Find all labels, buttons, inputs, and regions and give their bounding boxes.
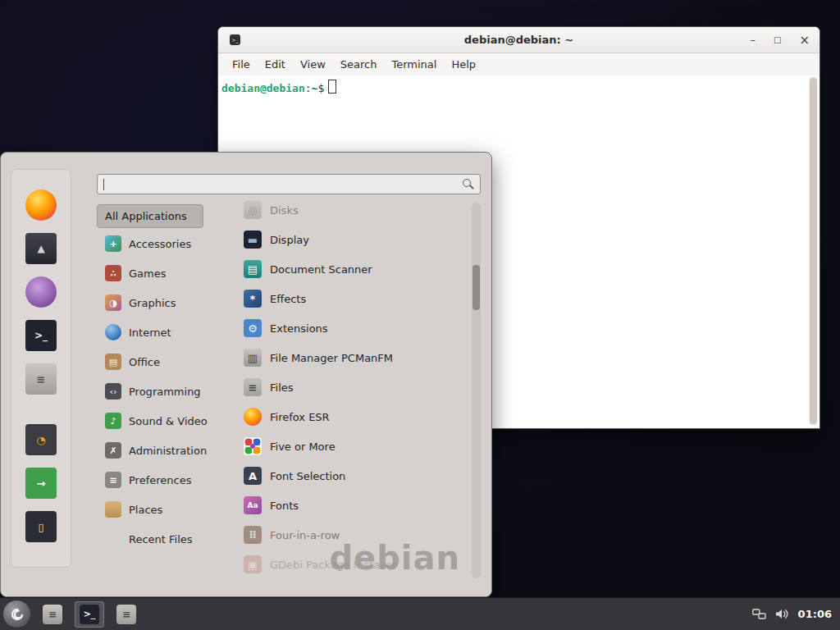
terminal-titlebar[interactable]: >_ debian@debian: ~ – □ ×: [218, 27, 819, 53]
debian-watermark: debian: [329, 539, 460, 577]
category-preferences[interactable]: ≡ Preferences: [97, 465, 221, 495]
internet-icon: [105, 324, 121, 340]
category-all-applications[interactable]: All Applications: [97, 204, 203, 228]
terminal-menu-search[interactable]: Search: [333, 56, 385, 73]
app-list: ◎ Disks ▬ Display ▤ Document Scanner * E…: [224, 195, 468, 584]
app-files[interactable]: ≡ Files: [224, 372, 468, 402]
minimize-button[interactable]: –: [750, 34, 756, 46]
terminal-scrollbar-thumb[interactable]: [810, 78, 817, 424]
font-selection-icon: A: [244, 467, 262, 485]
gdebi-icon: ▣: [244, 555, 262, 573]
search-icon: [463, 179, 474, 190]
quit-icon: ▯: [25, 511, 57, 542]
category-sound-video[interactable]: ♪ Sound & Video: [97, 406, 221, 436]
application-menu: ▲>_≡ ◔→▯ All Applications + Accessories …: [0, 152, 492, 597]
taskbar-terminal[interactable]: >_: [75, 601, 104, 628]
document-scanner-icon: ▤: [244, 260, 262, 278]
prompt-user-host: debian@debian: [221, 82, 305, 94]
preferences-icon: ≡: [105, 472, 121, 488]
terminal-menubar: FileEditViewSearchTerminalHelp: [218, 53, 819, 76]
volume-icon[interactable]: [775, 608, 789, 620]
lock-screen-icon: ◔: [25, 424, 57, 455]
menu-sidebar: ▲>_≡ ◔→▯: [11, 169, 71, 568]
clock[interactable]: 01:06: [798, 608, 832, 620]
files-icon: ≡: [244, 378, 262, 396]
programming-icon: ‹›: [105, 383, 121, 399]
disks-icon: ◎: [244, 201, 262, 219]
pidgin-icon: [25, 276, 57, 308]
terminal-launcher[interactable]: >_: [23, 317, 59, 354]
category-administration[interactable]: ✗ Administration: [97, 436, 221, 465]
category-list: All Applications + Accessories ∴ Games ◑…: [97, 204, 221, 554]
desktop: >_ debian@debian: ~ – □ × FileEditViewSe…: [0, 0, 840, 630]
app-list-scrollbar-thumb[interactable]: [472, 265, 480, 310]
terminal-menu-edit[interactable]: Edit: [258, 56, 293, 73]
effects-icon: *: [244, 290, 262, 308]
app-five-or-more[interactable]: Five or More: [224, 431, 468, 461]
prompt-separator: :: [305, 82, 312, 94]
terminal-menu-file[interactable]: File: [225, 56, 258, 73]
file-manager-pcmanfm-icon: ▥: [244, 349, 262, 367]
places-icon: [105, 501, 121, 518]
files-icon: ≡: [116, 605, 136, 624]
accessories-icon: +: [105, 235, 121, 252]
category-internet[interactable]: Internet: [97, 317, 221, 347]
search-box[interactable]: [97, 174, 481, 194]
category-graphics[interactable]: ◑ Graphics: [97, 288, 221, 317]
four-in-a-row-icon: ⠿: [244, 526, 262, 544]
terminal-icon: >_: [25, 320, 57, 351]
app-file-manager-pcmanfm[interactable]: ▥ File Manager PCManFM: [224, 343, 468, 372]
maximize-button[interactable]: □: [774, 35, 781, 44]
display-icon: ▬: [244, 231, 262, 249]
sound-video-icon: ♪: [105, 413, 121, 429]
terminal-menu-terminal[interactable]: Terminal: [384, 56, 444, 73]
terminal-menu-help[interactable]: Help: [444, 56, 483, 73]
image-viewer-icon: ▲: [25, 233, 57, 264]
category-office[interactable]: ▤ Office: [97, 347, 221, 377]
category-places[interactable]: Places: [97, 495, 221, 524]
app-extensions[interactable]: ⚙ Extensions: [224, 313, 468, 343]
logout-button[interactable]: →: [23, 465, 59, 501]
quit-button[interactable]: ▯: [23, 509, 59, 545]
app-list-scrollbar[interactable]: [472, 203, 481, 578]
file-manager-icon: ≡: [25, 363, 57, 395]
category-recent-files[interactable]: Recent Files: [97, 524, 221, 554]
pidgin-launcher[interactable]: [23, 274, 59, 310]
app-document-scanner[interactable]: ▤ Document Scanner: [224, 254, 468, 284]
app-firefox-esr[interactable]: Firefox ESR: [224, 402, 468, 431]
office-icon: ▤: [105, 354, 121, 370]
firefox-esr-icon: [244, 408, 262, 426]
lock-screen-button[interactable]: ◔: [23, 422, 59, 458]
taskbar-file-manager[interactable]: ≡: [38, 601, 67, 628]
terminal-cursor: [328, 80, 336, 94]
file-manager-launcher[interactable]: ≡: [23, 361, 59, 397]
category-programming[interactable]: ‹› Programming: [97, 377, 221, 406]
terminal-menu-view[interactable]: View: [293, 56, 333, 73]
games-icon: ∴: [105, 265, 121, 281]
taskbar-files[interactable]: ≡: [112, 601, 141, 628]
image-viewer-launcher[interactable]: ▲: [23, 231, 59, 267]
graphics-icon: ◑: [105, 294, 121, 311]
terminal-icon: >_: [80, 605, 99, 624]
terminal-scrollbar[interactable]: [809, 76, 818, 426]
firefox-launcher[interactable]: [23, 187, 59, 223]
fonts-icon: Aa: [244, 496, 262, 514]
app-font-selection[interactable]: A Font Selection: [224, 461, 468, 491]
logout-icon: →: [25, 468, 57, 499]
terminal-window-title: debian@debian: ~: [218, 27, 819, 52]
category-games[interactable]: ∴ Games: [97, 258, 221, 288]
app-display[interactable]: ▬ Display: [224, 225, 468, 254]
prompt-symbol: $: [317, 82, 324, 94]
menu-button[interactable]: [3, 600, 30, 628]
search-input[interactable]: [104, 176, 459, 193]
debian-swirl-icon: [8, 605, 26, 623]
app-effects[interactable]: * Effects: [224, 284, 468, 313]
network-icon[interactable]: [752, 609, 766, 620]
app-disks[interactable]: ◎ Disks: [224, 195, 468, 225]
category-accessories[interactable]: + Accessories: [97, 229, 221, 258]
app-fonts[interactable]: Aa Fonts: [224, 491, 468, 520]
firefox-icon: [25, 189, 57, 221]
close-button[interactable]: ×: [799, 33, 810, 48]
bottom-panel: ≡>_≡ 01:06: [0, 597, 840, 630]
extensions-icon: ⚙: [244, 319, 262, 337]
